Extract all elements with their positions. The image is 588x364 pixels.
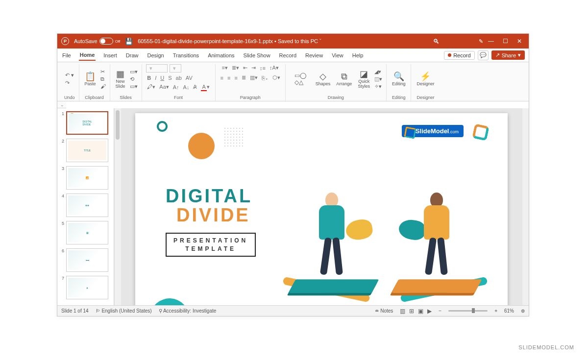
cut-icon[interactable]: ✂: [100, 69, 106, 75]
paste-button[interactable]: 📋Paste: [83, 71, 98, 87]
maximize-button[interactable]: ☐: [503, 38, 508, 45]
section-icon[interactable]: ▭▾: [130, 83, 138, 90]
tab-draw[interactable]: Draw: [125, 50, 140, 60]
slide-thumbnail-5[interactable]: ▦: [66, 221, 108, 244]
normal-view-button[interactable]: ▥: [400, 308, 405, 315]
zoom-in-button[interactable]: +: [494, 308, 497, 314]
tab-home[interactable]: Home: [79, 50, 96, 61]
justify-button[interactable]: ≣: [241, 74, 247, 81]
search-icon[interactable]: 🔍︎: [433, 38, 440, 45]
bold-button[interactable]: B: [146, 74, 152, 81]
slide-canvas-area[interactable]: SlideModel.com DIGITAL DIVIDE PRESENTATI…: [121, 108, 522, 305]
tab-design[interactable]: Design: [146, 50, 165, 60]
bullets-button[interactable]: ≡▾: [221, 64, 229, 72]
slide-thumbnails-panel[interactable]: 1DIGITALDIVIDE 2TITLE 3📶 4◈◈ 5▦ 6⟷ 7▲: [57, 108, 114, 305]
undo-icon[interactable]: ↶ ▾: [65, 72, 74, 78]
tab-view[interactable]: View: [331, 50, 344, 60]
copy-icon[interactable]: ⧉: [100, 76, 106, 82]
record-button[interactable]: Record: [444, 51, 474, 60]
designer-button[interactable]: ⚡Designer: [415, 71, 436, 87]
sorter-view-button[interactable]: ⊞: [409, 308, 414, 315]
shape-fill-button[interactable]: ◢▾: [374, 69, 382, 75]
document-title[interactable]: 60555-01-digital-divide-powerpoint-templ…: [138, 38, 321, 44]
quick-styles-button[interactable]: ◪Quick Styles: [356, 69, 371, 90]
tab-review[interactable]: Review: [304, 50, 324, 60]
line-spacing-button[interactable]: ↕≡: [259, 65, 267, 72]
zoom-level[interactable]: 61%: [504, 308, 514, 314]
tab-file[interactable]: File: [61, 50, 72, 60]
editing-button[interactable]: 🔍Editing: [391, 71, 407, 87]
slide-thumbnail-3[interactable]: 📶: [66, 166, 108, 190]
fit-window-button[interactable]: ⊕: [521, 308, 525, 314]
toggle-switch-icon[interactable]: [99, 38, 113, 45]
pen-icon[interactable]: ✎: [479, 38, 483, 45]
thumbnail-scrollbar[interactable]: [114, 108, 121, 305]
highlight-button[interactable]: 🖍▾: [146, 83, 156, 91]
tab-transitions[interactable]: Transitions: [172, 50, 200, 60]
strike-button[interactable]: S: [167, 74, 172, 81]
canvas-scrollbar[interactable]: [522, 108, 529, 305]
tab-insert[interactable]: Insert: [102, 50, 118, 60]
indent-dec-button[interactable]: ⇤: [242, 64, 248, 72]
slide-thumbnail-1[interactable]: DIGITALDIVIDE: [66, 111, 108, 135]
tab-record[interactable]: Record: [278, 50, 297, 60]
indent-inc-button[interactable]: ⇥: [250, 64, 257, 72]
shadow-button[interactable]: ab: [175, 74, 183, 81]
italic-button[interactable]: I: [154, 74, 157, 81]
tab-animations[interactable]: Animations: [207, 50, 235, 60]
arrange-button[interactable]: ⧉Arrange: [335, 71, 353, 87]
numbering-button[interactable]: ≣▾: [231, 64, 240, 72]
notes-button[interactable]: ≐ Notes: [375, 308, 393, 314]
accessibility-status[interactable]: ⚲ Accessibility: Investigate: [159, 308, 217, 314]
slide-thumbnail-6[interactable]: ⟷: [66, 248, 108, 272]
save-icon[interactable]: 💾: [125, 38, 133, 45]
slide-thumbnail-2[interactable]: TITLE: [66, 139, 108, 162]
format-painter-icon[interactable]: 🖌: [100, 83, 106, 90]
zoom-out-button[interactable]: −: [439, 308, 441, 314]
slide-canvas[interactable]: SlideModel.com DIGITAL DIVIDE PRESENTATI…: [135, 113, 508, 305]
clear-format-button[interactable]: A̷: [192, 83, 198, 91]
font-size-select[interactable]: ▾: [170, 64, 181, 73]
font-family-select[interactable]: ▾: [146, 64, 168, 73]
font-shrink-button[interactable]: A↓: [182, 84, 191, 91]
language-status[interactable]: 🏳 English (United States): [96, 308, 152, 314]
chevron-down-icon[interactable]: ▾: [518, 52, 521, 58]
share-button[interactable]: ↗Share▾: [491, 50, 525, 60]
tab-help[interactable]: Help: [351, 50, 365, 60]
ribbon-collapse-button[interactable]: ⌄: [57, 101, 66, 108]
columns-button[interactable]: ▥▾: [249, 74, 259, 81]
shapes-gallery[interactable]: ▭◯◇△: [290, 72, 311, 86]
reading-view-button[interactable]: ▣: [418, 308, 423, 315]
minimize-button[interactable]: —: [488, 38, 494, 45]
align-text-button[interactable]: ⎘▾: [261, 74, 270, 81]
slide-thumbnail-4[interactable]: ◈◈: [66, 194, 108, 217]
align-left-button[interactable]: ≡: [220, 74, 224, 81]
redo-icon[interactable]: ↷: [65, 80, 74, 86]
slideshow-view-button[interactable]: ▶: [427, 308, 432, 315]
slide-position[interactable]: Slide 1 of 14: [61, 308, 89, 314]
shape-outline-button[interactable]: ◫▾: [374, 76, 382, 82]
shape-effects-button[interactable]: ✧▾: [374, 83, 382, 90]
close-button[interactable]: ✕: [517, 38, 522, 45]
chevron-down-icon[interactable]: ˇ: [319, 38, 321, 44]
smartart-button[interactable]: ⬡▾: [271, 74, 281, 81]
font-grow-button[interactable]: A↑: [172, 84, 180, 91]
new-slide-button[interactable]: ▦New Slide: [114, 69, 127, 90]
reset-icon[interactable]: ⟲: [130, 76, 138, 82]
layout-icon[interactable]: ▭▾: [130, 69, 138, 75]
underline-button[interactable]: U: [159, 74, 165, 81]
slide-thumbnail-7[interactable]: ▲: [66, 276, 108, 299]
align-right-button[interactable]: ≡: [233, 74, 238, 81]
thumb-num-4: 4: [59, 194, 64, 198]
zoom-slider[interactable]: [448, 310, 488, 312]
align-center-button[interactable]: ≡: [226, 74, 231, 81]
case-button[interactable]: Aa▾: [158, 83, 170, 91]
font-color-button[interactable]: A▾: [200, 83, 210, 91]
slide-title-block[interactable]: DIGITAL DIVIDE PRESENTATIONTEMPLATE: [166, 187, 256, 257]
comments-button[interactable]: 💬: [478, 50, 489, 60]
spacing-button[interactable]: AV: [185, 74, 194, 81]
tab-slideshow[interactable]: Slide Show: [243, 50, 271, 60]
text-direction-button[interactable]: ↕A▾: [269, 64, 280, 72]
autosave-toggle[interactable]: AutoSave Off: [74, 38, 120, 45]
shapes-button[interactable]: ◇Shapes: [314, 71, 332, 87]
